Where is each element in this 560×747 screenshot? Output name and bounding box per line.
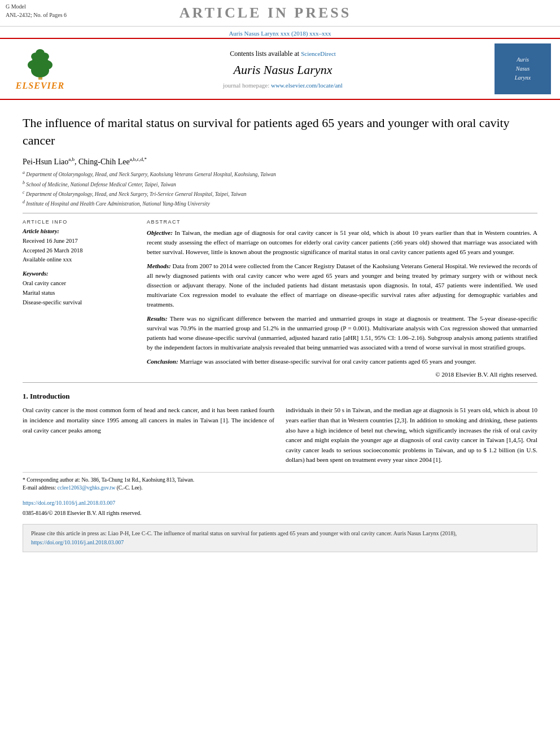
doi-header-line: Auris Nasus Larynx xxx (2018) xxx–xxx [0, 27, 560, 38]
citation-box: Please cite this article in press as: Li… [23, 524, 537, 552]
intro-left: Oral cavity cancer is the most common fo… [23, 405, 274, 465]
logo-line-1: Auris [517, 55, 529, 64]
contents-available: Contents lists available at ScienceDirec… [82, 50, 483, 58]
author2-sup: a,b,c,d,* [130, 156, 147, 162]
bottom-links: https://doi.org/10.1016/j.anl.2018.03.00… [23, 498, 537, 518]
journal-logo-right: Auris Nasus Larynx [495, 43, 551, 94]
journal-name: Auris Nasus Larynx [82, 63, 483, 77]
article-id: ANL-2432; No. of Pages 6 [6, 11, 67, 19]
introduction-section: 1. Introduction Oral cavity cancer is th… [23, 392, 537, 465]
results-text: There was no significant difference betw… [147, 315, 537, 351]
author1-sup: a,b [68, 156, 75, 162]
history-label: Article history: [23, 228, 135, 234]
article-in-press-banner: ARTICLE IN PRESS [67, 2, 464, 24]
logo-line-3: Larynx [515, 73, 531, 82]
keyword-3: Disease-specific survival [23, 298, 135, 308]
conclusion-label: Conclusion: [147, 358, 178, 365]
doi-link[interactable]: https://doi.org/10.1016/j.anl.2018.03.00… [23, 500, 115, 506]
available-online: Available online xxx [23, 255, 135, 265]
affil-d: d Institute of Hospital and Health Care … [23, 199, 537, 208]
author1-name: Pei-Hsun Liao [23, 157, 68, 165]
affil-c: c Department of Otolaryngology, Head, an… [23, 189, 537, 198]
journal-homepage: journal homepage: www.elsevier.com/locat… [82, 82, 483, 89]
affil-b: b School of Medicine, National Defense M… [23, 180, 537, 189]
intro-right-text: individuals in their 50 s in Taiwan, and… [286, 405, 537, 465]
copyright-line: © 2018 Elsevier B.V. All rights reserved… [147, 371, 537, 378]
intro-body: Oral cavity cancer is the most common fo… [23, 405, 537, 465]
objective-label: Objective: [147, 229, 173, 236]
doi-link-line: https://doi.org/10.1016/j.anl.2018.03.00… [23, 498, 537, 508]
abstract-label: ABSTRACT [147, 219, 537, 225]
article-info-col: ARTICLE INFO Article history: Received 1… [23, 219, 135, 378]
logo-line-2: Nasus [516, 64, 530, 73]
issn-line: 0385-8146/© 2018 Elsevier B.V. All right… [23, 508, 537, 518]
email-suffix: (C.-C. Lee). [117, 485, 143, 491]
sciencedirect-link[interactable]: ScienceDirect [301, 50, 336, 57]
journal-header: ELSEVIER Contents lists available at Sci… [0, 38, 560, 100]
authors-line: Pei-Hsun Liaoa,b, Ching-Chih Leea,b,c,d,… [23, 156, 537, 167]
keywords-label: Keywords: [23, 270, 135, 277]
abstract-col: ABSTRACT Objective: In Taiwan, the media… [147, 219, 537, 378]
elsevier-text: ELSEVIER [16, 81, 64, 91]
abstract-methods: Methods: Data from 2007 to 2014 were col… [147, 261, 537, 309]
svg-point-7 [36, 49, 45, 57]
journal-center-info: Contents lists available at ScienceDirec… [71, 50, 495, 89]
divider-2 [23, 382, 537, 383]
elsevier-tree-icon [22, 48, 59, 81]
article-info-abstract: ARTICLE INFO Article history: Received 1… [23, 219, 537, 378]
citation-doi-link[interactable]: https://doi.org/10.1016/j.anl.2018.03.00… [31, 539, 124, 545]
top-bar: G Model ANL-2432; No. of Pages 6 ARTICLE… [0, 0, 560, 27]
methods-text: Data from 2007 to 2014 were collected fr… [147, 263, 537, 308]
intro-left-text: Oral cavity cancer is the most common fo… [23, 405, 274, 435]
abstract-results: Results: There was no significant differ… [147, 314, 537, 352]
received-date: Received 16 June 2017 [23, 237, 135, 246]
abstract-objective: Objective: In Taiwan, the median age of … [147, 228, 537, 257]
keyword-2: Marital status [23, 289, 135, 298]
email-line: E-mail address: cclee12063@vghks.gov.tw … [23, 484, 537, 492]
abstract-conclusion: Conclusion: Marriage was associated with… [147, 357, 537, 366]
intro-right: individuals in their 50 s in Taiwan, and… [286, 405, 537, 465]
model-info: G Model ANL-2432; No. of Pages 6 [6, 2, 67, 19]
elsevier-logo: ELSEVIER [9, 43, 71, 94]
article-info-label: ARTICLE INFO [23, 219, 135, 225]
main-content: The influence of marital status on survi… [0, 100, 560, 558]
objective-text: In Taiwan, the median age of diagnosis f… [147, 229, 537, 255]
article-title: The influence of marital status on survi… [23, 115, 537, 150]
conclusion-text: Marriage was associated with better dise… [180, 358, 476, 365]
keyword-1: Oral cavity cancer [23, 279, 135, 289]
divider-1 [23, 213, 537, 213]
email-link[interactable]: cclee12063@vghks.gov.tw [58, 485, 116, 491]
results-label: Results: [147, 315, 168, 322]
footnotes: * Corresponding author at: No. 386, Ta-C… [23, 472, 537, 492]
accepted-date: Accepted 26 March 2018 [23, 246, 135, 256]
g-model-label: G Model [6, 2, 67, 11]
corresponding-author: * Corresponding author at: No. 386, Ta-C… [23, 476, 537, 484]
methods-label: Methods: [147, 263, 171, 269]
journal-homepage-link[interactable]: www.elsevier.com/locate/anl [271, 82, 343, 89]
email-label: E-mail address: [23, 485, 56, 491]
affiliations: a Department of Otolaryngology, Head, an… [23, 169, 537, 208]
intro-title: 1. Introduction [23, 392, 537, 401]
citation-text: Please cite this article in press as: Li… [31, 530, 457, 536]
affil-a: a Department of Otolaryngology, Head, an… [23, 169, 537, 178]
doi-header-text: Auris Nasus Larynx xxx (2018) xxx–xxx [229, 30, 331, 37]
author2-name: Ching-Chih Lee [78, 157, 130, 165]
